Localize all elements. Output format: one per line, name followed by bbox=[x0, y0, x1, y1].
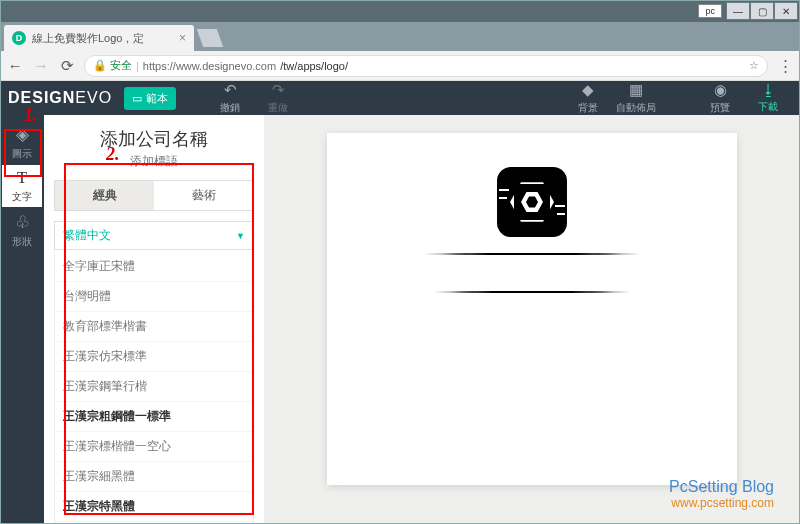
tab-title: 線上免費製作Logo，定 bbox=[32, 31, 144, 46]
font-item[interactable]: 王漢宗特黑體 bbox=[55, 492, 253, 522]
browser-tab-strip: D 線上免費製作Logo，定 × bbox=[0, 22, 800, 51]
add-company-name[interactable]: 添加公司名稱 bbox=[54, 127, 254, 151]
brand-b: EVO bbox=[75, 89, 112, 106]
download-icon: ⭳ bbox=[761, 81, 776, 98]
undo-button[interactable]: ↶撤銷 bbox=[206, 81, 254, 115]
eye-icon: ◉ bbox=[714, 81, 727, 99]
add-slogan[interactable]: 添加標語 bbox=[54, 153, 254, 170]
redo-label: 重做 bbox=[268, 101, 288, 115]
preview-label: 預覽 bbox=[710, 101, 730, 115]
template-button[interactable]: ▭ 範本 bbox=[124, 87, 176, 110]
bookmark-star-icon[interactable]: ☆ bbox=[749, 59, 759, 72]
font-item[interactable]: 台灣明體 bbox=[55, 282, 253, 312]
favicon-icon: D bbox=[12, 31, 26, 45]
text-icon: T bbox=[17, 168, 27, 188]
app-body: ◈圖示 T文字 ♧形狀 註冊 添加公司名稱 添加標語 經典 藝術 繁體中文 ▼ … bbox=[0, 115, 800, 524]
window-titlebar: pc — ▢ ✕ bbox=[0, 0, 800, 22]
font-list: 全字庫正宋體台灣明體教育部標準楷書王漢宗仿宋標準王漢宗鋼筆行楷王漢宗粗鋼體一標準… bbox=[54, 252, 254, 524]
rail-text-tab[interactable]: T文字 bbox=[2, 165, 42, 207]
redo-button[interactable]: ↷重做 bbox=[254, 81, 302, 115]
logo-mark[interactable] bbox=[497, 167, 567, 237]
template-icon: ▭ bbox=[132, 92, 142, 105]
designevo-app: DESIGNEVO ▭ 範本 ↶撤銷 ↷重做 ◆背景 ▦自動佈局 ◉預覽 ⭳下載… bbox=[0, 81, 800, 520]
browser-menu-icon[interactable]: ⋮ bbox=[776, 57, 794, 75]
download-label: 下載 bbox=[758, 100, 778, 114]
watermark-title: PcSetting Blog bbox=[669, 478, 774, 496]
background-label: 背景 bbox=[578, 101, 598, 115]
rail-icon-label: 圖示 bbox=[12, 147, 32, 161]
undo-icon: ↶ bbox=[224, 81, 237, 99]
url-host: https://www.designevo.com bbox=[143, 60, 276, 72]
layout-button[interactable]: ▦自動佈局 bbox=[612, 81, 660, 115]
canvas-area: 500 x 500 px − 102% + ⊞ ⚙ bbox=[264, 115, 800, 524]
tab-close-icon[interactable]: × bbox=[179, 31, 186, 45]
logo-company-name[interactable] bbox=[422, 253, 642, 255]
window-minimize-button[interactable]: — bbox=[726, 2, 750, 20]
window-close-button[interactable]: ✕ bbox=[774, 2, 798, 20]
shape-icon: ♧ bbox=[15, 212, 30, 233]
watermark-url: www.pcsetting.com bbox=[669, 496, 774, 510]
tab-classic[interactable]: 經典 bbox=[55, 181, 154, 210]
annotation-label-2: 2. bbox=[106, 144, 120, 165]
window-maximize-button[interactable]: ▢ bbox=[750, 2, 774, 20]
download-button[interactable]: ⭳下載 bbox=[744, 81, 792, 115]
forward-button[interactable]: → bbox=[32, 57, 50, 74]
font-item[interactable]: 王漢宗鋼筆行楷 bbox=[55, 372, 253, 402]
logo-slogan[interactable] bbox=[432, 291, 632, 293]
font-item[interactable]: 王漢宗粗鋼體一標準 bbox=[55, 402, 253, 432]
redo-icon: ↷ bbox=[272, 81, 285, 99]
pc-tag: pc bbox=[698, 4, 722, 18]
text-panel: 添加公司名稱 添加標語 經典 藝術 繁體中文 ▼ 全字庫正宋體台灣明體教育部標準… bbox=[44, 115, 264, 524]
address-bar[interactable]: 🔒 安全 | https://www.designevo.com/tw/apps… bbox=[84, 55, 768, 77]
font-category-tabs: 經典 藝術 bbox=[54, 180, 254, 211]
rail-icon-tab[interactable]: ◈圖示 bbox=[2, 121, 42, 163]
secure-label: 安全 bbox=[110, 58, 132, 73]
font-item[interactable]: 王漢宗標楷體一空心 bbox=[55, 432, 253, 462]
font-item[interactable]: 全字庫正宋體 bbox=[55, 252, 253, 282]
browser-toolbar: ← → ⟳ 🔒 安全 | https://www.designevo.com/t… bbox=[0, 51, 800, 81]
layout-icon: ▦ bbox=[629, 81, 643, 99]
undo-label: 撤銷 bbox=[220, 101, 240, 115]
watermark: PcSetting Blog www.pcsetting.com bbox=[669, 478, 774, 510]
template-label: 範本 bbox=[146, 91, 168, 106]
secure-indicator: 🔒 安全 bbox=[93, 58, 132, 73]
new-tab-button[interactable] bbox=[197, 29, 224, 47]
rail-shape-label: 形狀 bbox=[12, 235, 32, 249]
rail-text-label: 文字 bbox=[12, 190, 32, 204]
annotation-label-1: 1. bbox=[24, 105, 38, 126]
app-toolbar: DESIGNEVO ▭ 範本 ↶撤銷 ↷重做 ◆背景 ▦自動佈局 ◉預覽 ⭳下載 bbox=[0, 81, 800, 115]
lock-icon: 🔒 bbox=[93, 59, 107, 72]
rail-shape-tab[interactable]: ♧形狀 bbox=[2, 209, 42, 251]
reload-button[interactable]: ⟳ bbox=[58, 57, 76, 75]
diamond-icon: ◈ bbox=[16, 124, 29, 145]
font-item[interactable]: 教育部標準楷書 bbox=[55, 312, 253, 342]
browser-tab[interactable]: D 線上免費製作Logo，定 × bbox=[4, 25, 194, 51]
background-button[interactable]: ◆背景 bbox=[564, 81, 612, 115]
url-path: /tw/apps/logo/ bbox=[280, 60, 348, 72]
layout-label: 自動佈局 bbox=[616, 101, 656, 115]
tab-art[interactable]: 藝術 bbox=[154, 181, 253, 210]
back-button[interactable]: ← bbox=[6, 57, 24, 74]
logo-canvas[interactable] bbox=[327, 133, 737, 485]
brand-a: DESIGN bbox=[8, 89, 75, 106]
font-item[interactable]: 王漢宗細黑體 bbox=[55, 462, 253, 492]
chevron-down-icon: ▼ bbox=[236, 231, 245, 241]
left-rail: ◈圖示 T文字 ♧形狀 註冊 bbox=[0, 115, 44, 524]
font-item[interactable]: 王漢宗仿宋標準 bbox=[55, 342, 253, 372]
drop-icon: ◆ bbox=[582, 81, 594, 99]
language-value: 繁體中文 bbox=[63, 227, 111, 244]
language-select[interactable]: 繁體中文 ▼ bbox=[54, 221, 254, 250]
preview-button[interactable]: ◉預覽 bbox=[696, 81, 744, 115]
